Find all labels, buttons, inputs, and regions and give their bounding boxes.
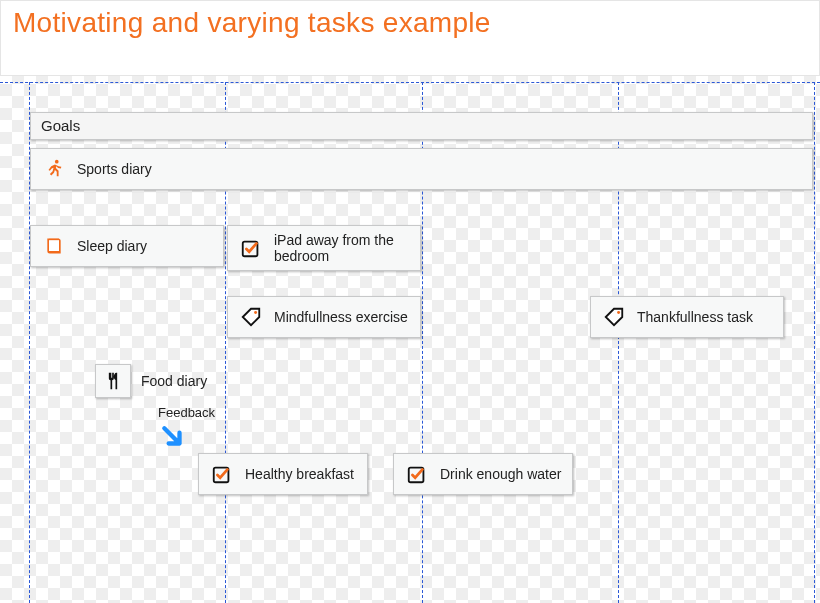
svg-point-5 [617, 311, 620, 314]
checkbox-icon [209, 462, 235, 486]
card-label: Food diary [141, 373, 207, 389]
card-healthy-breakfast: Healthy breakfast [198, 453, 368, 495]
card-ipad-away: iPad away from the bedroom [227, 225, 421, 271]
checkbox-icon [404, 462, 430, 486]
svg-rect-1 [49, 239, 59, 252]
arrow-down-right-icon [160, 424, 182, 446]
guide-horizontal [0, 82, 820, 83]
card-label: Thankfullness task [637, 309, 753, 325]
book-icon [41, 234, 67, 258]
card-food-diary: Food diary [95, 364, 207, 398]
card-thankfulness: Thankfullness task [590, 296, 784, 338]
card-label: Sleep diary [77, 238, 147, 254]
svg-point-0 [55, 160, 59, 164]
card-mindfulness: Mindfullness exercise [227, 296, 421, 338]
running-icon [41, 157, 67, 181]
title-bar: Motivating and varying tasks example [0, 0, 820, 76]
card-sports-diary: Sports diary [30, 148, 813, 190]
tag-icon [601, 305, 627, 329]
card-label: iPad away from the bedroom [274, 232, 410, 264]
svg-point-4 [254, 311, 257, 314]
food-icon-frame [95, 364, 131, 398]
card-label: Sports diary [77, 161, 152, 177]
cutlery-icon [103, 371, 123, 391]
goals-bar: Goals [30, 112, 813, 140]
page-title: Motivating and varying tasks example [13, 7, 809, 39]
card-label: Drink enough water [440, 466, 561, 482]
card-drink-water: Drink enough water [393, 453, 573, 495]
card-sleep-diary: Sleep diary [30, 225, 224, 267]
goals-label: Goals [41, 117, 80, 134]
card-label: Healthy breakfast [245, 466, 354, 482]
tag-icon [238, 305, 264, 329]
card-label: Mindfullness exercise [274, 309, 408, 325]
svg-rect-2 [49, 239, 59, 241]
guide-vertical [814, 82, 815, 603]
feedback-label: Feedback [158, 405, 215, 420]
checkbox-icon [238, 236, 264, 260]
